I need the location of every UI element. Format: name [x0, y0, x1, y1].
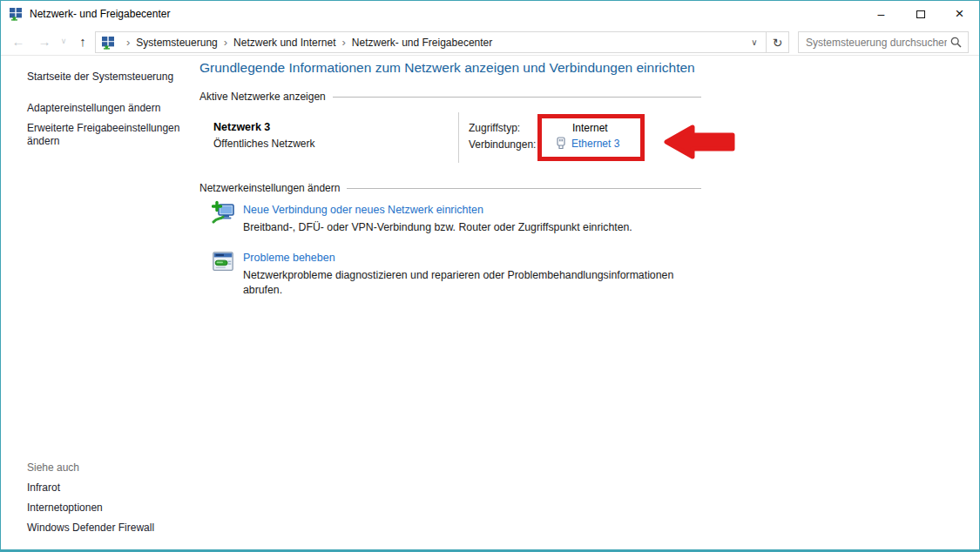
back-icon: ←: [12, 34, 25, 49]
network-sharing-center-window: Netzwerk- und Freigabecenter – × ← → ∨ ↑…: [0, 0, 980, 552]
address-dropdown-button[interactable]: ∨: [743, 37, 766, 47]
new-connection-icon[interactable]: [212, 200, 236, 225]
network-settings-label: Netzwerkeinstellungen ändern: [199, 182, 340, 194]
search-box: [798, 31, 969, 53]
page-title: Grundlegende Informationen zum Netzwerk …: [199, 60, 695, 76]
maximize-icon: [916, 10, 925, 18]
network-type: Öffentliches Netzwerk: [213, 138, 315, 150]
up-button[interactable]: ↑: [72, 30, 93, 52]
active-networks-label: Aktive Netzwerke anzeigen: [199, 91, 326, 103]
breadcrumb-separator-icon: ›: [218, 36, 233, 49]
network-breadcrumb-icon: [101, 36, 115, 50]
close-icon: ×: [956, 5, 964, 23]
troubleshoot-description: Netzwerkprobleme diagnostizieren und rep…: [243, 268, 679, 298]
network-name: Netzwerk 3: [213, 121, 270, 133]
breadcrumb-netzwerk-und-internet[interactable]: Netzwerk und Internet: [233, 37, 335, 49]
breadcrumb-systemsteuerung[interactable]: Systemsteuerung: [136, 37, 217, 49]
recent-pages-dropdown[interactable]: ∨: [57, 30, 71, 52]
minimize-button[interactable]: –: [862, 1, 901, 27]
highlight-rectangle: [537, 114, 645, 161]
sidebar-item-infrarot[interactable]: Infrarot: [27, 481, 60, 495]
back-button[interactable]: ←: [6, 30, 30, 52]
sidebar-item-adaptereinstellungen[interactable]: Adaptereinstellungen ändern: [27, 102, 160, 115]
active-networks-section-header: Aktive Netzwerke anzeigen: [199, 91, 701, 103]
network-column-divider: [458, 112, 459, 163]
up-arrow-icon: ↑: [79, 34, 86, 49]
close-button[interactable]: ×: [940, 1, 979, 27]
highlight-arrow-icon: [663, 123, 740, 161]
connections-label: Verbindungen:: [469, 138, 536, 151]
access-type-label: Zugriffstyp:: [469, 122, 520, 134]
chevron-down-icon: ∨: [61, 37, 67, 45]
section-divider: [347, 188, 701, 189]
sidebar-item-internetoptionen[interactable]: Internetoptionen: [27, 502, 103, 515]
troubleshoot-icon[interactable]: [212, 251, 234, 273]
troubleshoot-link[interactable]: Probleme beheben: [243, 252, 335, 264]
address-bar[interactable]: › Systemsteuerung › Netzwerk und Interne…: [95, 31, 789, 53]
refresh-button[interactable]: ↻: [766, 31, 788, 53]
forward-icon: →: [38, 34, 51, 49]
window-title: Netzwerk- und Freigabecenter: [30, 1, 170, 27]
refresh-icon: ↻: [773, 36, 783, 50]
section-divider: [333, 97, 701, 98]
breadcrumb-netzwerk-freigabecenter[interactable]: Netzwerk- und Freigabecenter: [352, 37, 492, 49]
minimize-icon: –: [878, 7, 885, 21]
maximize-button[interactable]: [901, 1, 940, 27]
breadcrumb-separator-icon: ›: [120, 36, 136, 49]
network-settings-section-header: Netzwerkeinstellungen ändern: [199, 182, 701, 194]
sidebar-item-freigabeeinstellungen[interactable]: Erweiterte Freigabeeinstellungen ändern: [27, 122, 184, 148]
network-app-icon: [9, 7, 23, 21]
search-icon[interactable]: [950, 37, 962, 48]
sidebar-item-startseite[interactable]: Startseite der Systemsteuerung: [27, 71, 173, 84]
chevron-down-icon: ∨: [751, 37, 757, 47]
breadcrumb-separator-icon: ›: [335, 36, 351, 49]
window-controls: – ×: [862, 1, 979, 27]
search-input[interactable]: [799, 32, 950, 52]
see-also-header: Siehe auch: [27, 461, 79, 474]
sidebar-item-windows-defender-firewall[interactable]: Windows Defender Firewall: [27, 522, 154, 535]
new-connection-link[interactable]: Neue Verbindung oder neues Netzwerk einr…: [243, 204, 483, 216]
titlebar: Netzwerk- und Freigabecenter – ×: [1, 1, 979, 27]
forward-button[interactable]: →: [32, 30, 57, 52]
new-connection-description: Breitband-, DFÜ- oder VPN-Verbindung bzw…: [243, 220, 632, 235]
